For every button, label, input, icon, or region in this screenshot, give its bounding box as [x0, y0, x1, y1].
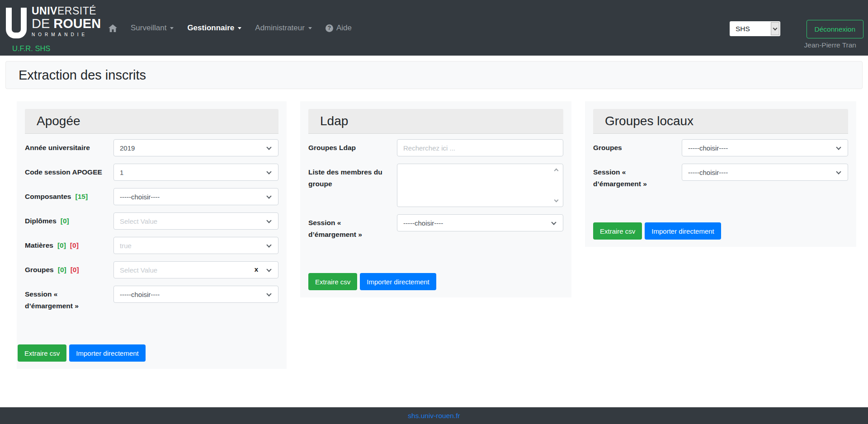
chevron-down-icon — [266, 242, 271, 247]
chevron-down-icon — [836, 169, 841, 174]
select-value: -----choisir---- — [120, 291, 160, 298]
page-title: Extraction des inscrits — [19, 68, 146, 83]
logout-button[interactable]: Déconnexion — [807, 20, 863, 38]
field-label: Diplômes[0] — [25, 212, 113, 227]
chevron-down-icon — [551, 220, 556, 225]
select-session-emargement[interactable]: -----choisir---- — [682, 164, 848, 181]
chevron-down-icon — [266, 145, 271, 150]
nav-item-label: Aide — [336, 24, 352, 33]
footer-link[interactable]: shs.univ-rouen.fr — [408, 412, 460, 420]
field-label: Groupes — [593, 139, 682, 154]
extract-csv-button[interactable]: Extraire csv — [18, 344, 66, 362]
import-direct-button[interactable]: Importer directement — [645, 222, 721, 240]
members-listbox[interactable] — [397, 164, 563, 207]
logo-line2: DE ROUEN — [32, 17, 101, 30]
scroll-up-icon[interactable] — [554, 169, 559, 173]
home-icon[interactable] — [108, 24, 117, 32]
nav-item-surveillant[interactable]: Surveillant — [131, 24, 174, 33]
select-session-emargement[interactable]: -----choisir---- — [397, 214, 563, 231]
chevron-down-icon — [266, 193, 271, 198]
field-label: Année universitaire — [25, 139, 113, 154]
form-row-membres: Liste des membres du groupe — [308, 164, 563, 207]
caret-down-icon — [238, 27, 241, 29]
select-annee-universitaire[interactable]: 2019 — [113, 139, 278, 156]
navbar: UNIVERSITÉ DE ROUEN NORMANDIE U.F.R. SHS… — [0, 0, 868, 56]
form-row-session: Session « d’émargement » -----choisir---… — [308, 214, 563, 240]
select-value: -----choisir---- — [120, 193, 160, 201]
nav-item-label: Surveillant — [131, 24, 166, 33]
panel-title: Apogée — [37, 114, 80, 128]
field-label: Matières[0][0] — [25, 237, 113, 251]
select-value: 1 — [120, 169, 123, 176]
panel-ldap: Ldap Groupes Ldap Liste des membres du g… — [300, 101, 571, 297]
chevron-down-icon — [266, 267, 271, 272]
panel-groupes-locaux: Groupes locaux Groupes -----choisir---- … — [585, 101, 856, 247]
extract-csv-button[interactable]: Extraire csv — [593, 222, 642, 240]
import-direct-button[interactable]: Importer directement — [360, 273, 436, 290]
caret-down-icon — [308, 27, 312, 29]
field-label: Session « d’émargement » — [25, 286, 113, 312]
logo-line3: NORMANDIE — [32, 33, 101, 37]
nav-item-aide[interactable]: ? Aide — [326, 24, 352, 33]
select-value: 2019 — [120, 144, 135, 152]
form-row-composantes: Composantes[15] -----choisir---- — [25, 188, 278, 205]
site-select-arrow[interactable] — [771, 22, 779, 35]
field-label: Session « d’émargement » — [308, 214, 397, 240]
field-label: Liste des membres du groupe — [308, 164, 397, 190]
select-groupes[interactable]: Select Value x — [113, 261, 278, 278]
select-value: -----choisir---- — [688, 144, 728, 152]
count-badge-red: [0] — [71, 266, 79, 273]
field-label: Code session APOGEE — [25, 164, 113, 178]
select-diplomes[interactable]: Select Value — [113, 212, 278, 230]
site-select-value: SHS — [730, 25, 771, 33]
select-placeholder: true — [120, 242, 132, 250]
nav-item-label: Administrateur — [255, 24, 305, 33]
form-row-groupes: Groupes -----choisir---- — [593, 139, 848, 156]
select-code-session[interactable]: 1 — [113, 164, 278, 181]
nav-item-gestionnaire[interactable]: Gestionnaire — [187, 24, 241, 33]
count-badge-red: [0] — [70, 241, 79, 249]
clear-selection-button[interactable]: x — [255, 265, 258, 273]
select-placeholder: Select Value — [120, 217, 157, 225]
import-direct-button[interactable]: Importer directement — [69, 344, 145, 362]
field-label: Groupes Ldap — [308, 139, 397, 154]
help-icon: ? — [326, 24, 333, 32]
count-badge-green: [0] — [58, 266, 66, 273]
panel-groupes-locaux-header: Groupes locaux — [593, 109, 848, 134]
select-matieres[interactable]: true — [113, 237, 278, 254]
footer: shs.univ-rouen.fr — [0, 407, 868, 424]
count-badge-green: [0] — [61, 217, 69, 225]
select-value: -----choisir---- — [403, 219, 443, 227]
ldap-search-input[interactable] — [397, 139, 563, 156]
extract-csv-button[interactable]: Extraire csv — [308, 273, 357, 290]
logo-text: UNIVERSITÉ DE ROUEN NORMANDIE — [32, 3, 101, 38]
panel-apogee-header: Apogée — [25, 109, 278, 134]
panel-apogee: Apogée Année universitaire 2019 Code ses… — [17, 101, 287, 369]
panel-ldap-header: Ldap — [308, 109, 563, 134]
nav-item-administrateur[interactable]: Administrateur — [255, 24, 312, 33]
chevron-down-icon — [266, 291, 271, 296]
user-name: Jean-Pierre Tran — [804, 41, 856, 49]
chevron-down-icon — [266, 218, 271, 223]
site-select[interactable]: SHS — [730, 21, 780, 36]
form-row-session: Session « d’émargement » -----choisir---… — [593, 164, 848, 190]
button-row: Extraire csv Importer directement — [308, 273, 563, 290]
select-placeholder: Select Value — [120, 266, 157, 274]
panel-title: Ldap — [320, 114, 348, 128]
chevron-down-icon — [836, 145, 841, 150]
field-label: Session « d’émargement » — [593, 164, 682, 190]
select-composantes[interactable]: -----choisir---- — [113, 188, 278, 205]
select-value: -----choisir---- — [688, 169, 728, 176]
nav-item-label: Gestionnaire — [187, 24, 234, 33]
select-groupes-locaux[interactable]: -----choisir---- — [682, 139, 848, 156]
select-session-emargement[interactable]: -----choisir---- — [113, 286, 278, 303]
ufr-label: U.F.R. SHS — [12, 44, 50, 53]
caret-down-icon — [170, 27, 174, 29]
count-badge-green: [0] — [57, 241, 66, 249]
button-row: Extraire csv Importer directement — [593, 222, 848, 240]
scroll-down-icon[interactable] — [554, 198, 559, 203]
form-row-session: Session « d’émargement » -----choisir---… — [25, 286, 278, 312]
panels-row: Apogée Année universitaire 2019 Code ses… — [17, 101, 857, 369]
university-logo: UNIVERSITÉ DE ROUEN NORMANDIE — [6, 3, 101, 38]
logo-line1: UNIVERSITÉ — [32, 6, 101, 16]
